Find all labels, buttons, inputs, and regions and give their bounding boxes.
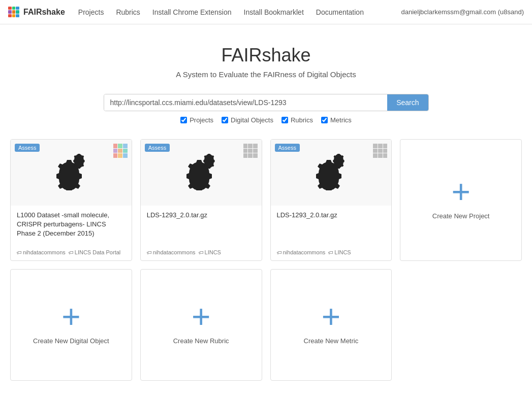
card-1-header: Assess [11,140,132,206]
brand-name: FAIRshake [23,8,65,17]
card-1-gears-icon [48,150,94,195]
card-2: Assess [140,139,262,261]
tag-icon-4: 🏷 [277,250,282,255]
filter-projects[interactable]: Projects [180,116,213,124]
tag-icon-0: 🏷 [17,250,22,255]
filter-projects-checkbox[interactable] [180,117,187,123]
card-2-tag-1: 🏷 LINCS [199,249,221,255]
user-info: danieljbclarkemssm@gmail.com (u8sand) [401,8,524,16]
hero-section: FAIRshake A System to Evaluate the FAIRn… [0,24,532,94]
filter-rubrics[interactable]: Rubrics [281,116,313,124]
create-rubric-plus-icon: + [192,301,210,333]
card-create-project[interactable]: + Create New Project [400,139,522,261]
search-filters: Projects Digital Objects Rubrics Metrics [180,116,352,124]
card-1-tag-1: 🏷 LINCS Data Portal [69,249,120,255]
card-1-grid-thumb [113,144,128,158]
navbar-nav: Projects Rubrics Install Chrome Extensio… [73,5,401,19]
filter-metrics-checkbox[interactable] [321,117,328,123]
card-1-tags: 🏷 nihdatacommons 🏷 LINCS Data Portal [17,249,126,255]
card-3-tag-0: 🏷 nihdatacommons [277,249,326,255]
tag-icon-5: 🏷 [328,250,333,255]
tag-icon-2: 🏷 [147,250,152,255]
card-2-assess-badge[interactable]: Assess [145,144,170,152]
filter-digital-objects-checkbox[interactable] [222,117,228,123]
card-3-tag-1: 🏷 LINCS [328,249,351,255]
create-project-plus-icon: + [451,176,470,208]
filter-metrics-label: Metrics [330,116,352,124]
card-3-grid-thumb [373,144,387,158]
card-3-gears-icon [308,150,354,195]
filter-digital-objects[interactable]: Digital Objects [222,116,273,124]
tag-icon-3: 🏷 [199,250,204,255]
hero-subtitle: A System to Evaluate the FAIRness of Dig… [10,70,522,79]
nav-install-bookmarklet[interactable]: Install Bookmarklet [239,5,309,19]
filter-rubrics-label: Rubrics [291,116,313,124]
card-create-metric[interactable]: + Create New Metric [270,269,392,381]
card-2-tag-0: 🏷 nihdatacommons [147,249,196,255]
search-section: Search Projects Digital Objects Rubrics … [0,94,532,139]
filter-projects-label: Projects [190,116,213,124]
card-create-metric-title: Create New Metric [304,337,359,350]
cards-grid: Assess [0,139,532,398]
search-input[interactable] [104,94,388,111]
card-1: Assess [10,139,132,261]
create-metric-plus-icon: + [322,301,340,333]
card-2-grid-thumb [243,144,258,158]
nav-documentation[interactable]: Documentation [311,5,369,19]
navbar: FAIRshake Projects Rubrics Install Chrom… [0,0,532,24]
nav-install-chrome[interactable]: Install Chrome Extension [147,5,237,19]
create-digital-object-plus-icon: + [61,301,80,333]
card-2-header: Assess [141,140,262,206]
search-bar: Search [104,94,429,111]
search-button[interactable]: Search [387,94,428,111]
card-2-tags: 🏷 nihdatacommons 🏷 LINCS [147,249,256,255]
card-3-header: Assess [271,140,392,206]
filter-rubrics-checkbox[interactable] [281,117,288,123]
nav-rubrics[interactable]: Rubrics [111,5,145,19]
card-create-rubric[interactable]: + Create New Rubric [140,269,262,381]
card-create-digital-object-title: Create New Digital Object [33,337,109,350]
card-1-title: L1000 Dataset -small molecule, CRISPR pe… [17,211,126,239]
card-2-title: LDS-1293_2.0.tar.gz [147,211,256,220]
filter-digital-objects-label: Digital Objects [231,116,273,124]
card-3-title: LDS-1293_2.0.tar.gz [277,211,386,220]
card-1-body: L1000 Dataset -small molecule, CRISPR pe… [11,206,132,260]
card-3-body: LDS-1293_2.0.tar.gz 🏷 nihdatacommons 🏷 L… [271,206,392,260]
card-3-tags: 🏷 nihdatacommons 🏷 LINCS [277,249,386,255]
nav-projects[interactable]: Projects [73,5,109,19]
card-create-project-title: Create New Project [432,212,490,225]
tag-icon-1: 🏷 [69,250,74,255]
card-create-rubric-title: Create New Rubric [173,337,229,350]
card-2-gears-icon [178,150,224,195]
filter-metrics[interactable]: Metrics [321,116,352,124]
card-create-digital-object[interactable]: + Create New Digital Object [10,269,132,381]
hero-title: FAIRshake [10,45,522,66]
card-3-assess-badge[interactable]: Assess [275,144,300,152]
card-3: Assess [270,139,392,261]
card-2-body: LDS-1293_2.0.tar.gz 🏷 nihdatacommons 🏷 L… [141,206,262,260]
card-1-assess-badge[interactable]: Assess [15,144,40,152]
brand-link[interactable]: FAIRshake [8,7,65,18]
brand-logo [8,7,19,18]
card-1-tag-0: 🏷 nihdatacommons [17,249,66,255]
